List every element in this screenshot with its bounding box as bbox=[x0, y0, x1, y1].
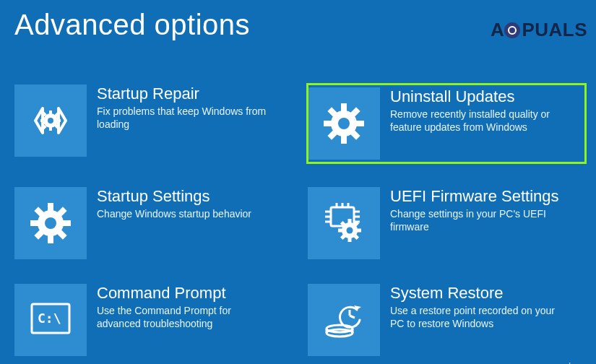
svg-point-21 bbox=[45, 217, 56, 229]
svg-text:C:\: C:\ bbox=[38, 311, 61, 326]
tile-system-restore[interactable]: System Restore Use a restore point recor… bbox=[308, 284, 585, 356]
gear-icon bbox=[14, 187, 87, 259]
svg-rect-25 bbox=[62, 220, 71, 226]
svg-rect-44 bbox=[338, 229, 343, 233]
tile-command-prompt[interactable]: C:\ Command Prompt Use the Command Promp… bbox=[14, 284, 292, 356]
tile-uninstall-updates[interactable]: Uninstall Updates Remove recently instal… bbox=[308, 84, 585, 162]
tile-desc: Change settings in your PC's UEFI firmwa… bbox=[390, 207, 571, 233]
svg-rect-2 bbox=[49, 110, 52, 115]
tile-desc: Change Windows startup behavior bbox=[97, 207, 277, 220]
tile-uefi-firmware[interactable]: UEFI Firmware Settings Change settings i… bbox=[308, 187, 585, 259]
svg-rect-22 bbox=[48, 203, 53, 212]
svg-point-11 bbox=[338, 118, 350, 129]
terminal-icon: C:\ bbox=[14, 284, 87, 356]
svg-rect-14 bbox=[324, 121, 332, 126]
svg-rect-3 bbox=[49, 126, 52, 131]
logo-left: A bbox=[491, 19, 504, 41]
svg-point-41 bbox=[347, 228, 353, 234]
svg-rect-42 bbox=[348, 219, 352, 224]
tile-title: UEFI Firmware Settings bbox=[390, 187, 585, 206]
svg-rect-4 bbox=[40, 119, 45, 122]
svg-rect-5 bbox=[56, 119, 61, 122]
svg-rect-45 bbox=[356, 229, 361, 233]
chip-gear-icon bbox=[308, 187, 380, 259]
tile-title: Command Prompt bbox=[97, 284, 292, 303]
logo-badge bbox=[504, 22, 520, 38]
tile-desc: Use the Command Prompt for advanced trou… bbox=[97, 304, 277, 330]
appuals-logo: A PUALS bbox=[491, 19, 587, 41]
repair-icon bbox=[14, 84, 87, 157]
svg-rect-12 bbox=[341, 103, 347, 112]
tile-title: Startup Settings bbox=[97, 187, 292, 206]
tile-title: Startup Repair bbox=[97, 84, 292, 103]
logo-right: PUALS bbox=[522, 19, 587, 41]
tile-startup-settings[interactable]: Startup Settings Change Windows startup … bbox=[14, 187, 292, 259]
tile-desc: Remove recently installed quality or fea… bbox=[390, 108, 571, 134]
gear-icon bbox=[308, 87, 380, 160]
svg-rect-43 bbox=[348, 237, 352, 242]
svg-point-1 bbox=[48, 118, 53, 124]
svg-rect-23 bbox=[48, 235, 53, 243]
restore-icon bbox=[308, 284, 380, 356]
tile-title: Uninstall Updates bbox=[390, 87, 585, 106]
svg-line-55 bbox=[350, 316, 355, 318]
tile-title: System Restore bbox=[390, 284, 585, 303]
svg-rect-24 bbox=[30, 220, 39, 226]
svg-rect-15 bbox=[355, 121, 364, 126]
tile-startup-repair[interactable]: Startup Repair Fix problems that keep Wi… bbox=[14, 84, 292, 162]
svg-rect-13 bbox=[341, 135, 347, 144]
tile-desc: Fix problems that keep Windows from load… bbox=[97, 105, 277, 131]
tile-desc: Use a restore point recorded on your PC … bbox=[390, 304, 571, 330]
